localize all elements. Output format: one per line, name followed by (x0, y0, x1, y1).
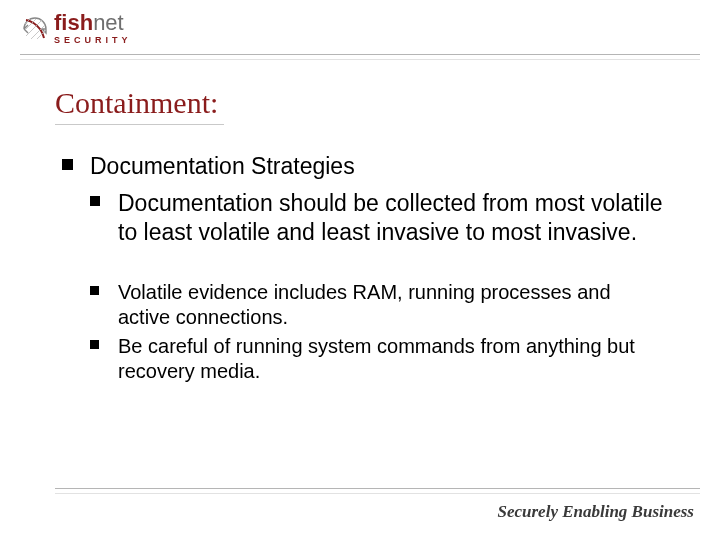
bullet-level2-text: Documentation should be collected from m… (118, 190, 663, 245)
fishnet-logo-icon (20, 14, 50, 44)
bullet-level2-text: Volatile evidence includes RAM, running … (118, 281, 611, 328)
slide: fishnet SECURITY Containment: Documentat… (0, 0, 720, 540)
logo-brand: fishnet (54, 12, 132, 34)
logo-subtext: SECURITY (54, 36, 132, 45)
logo-text: fishnet SECURITY (54, 12, 132, 45)
bullet-level2: Documentation should be collected from m… (90, 189, 665, 247)
bullet-level2-text: Be careful of running system commands fr… (118, 335, 635, 382)
header-divider (20, 54, 700, 60)
bullet-level2: Be careful of running system commands fr… (90, 334, 665, 384)
bullet-level2: Volatile evidence includes RAM, running … (90, 280, 665, 330)
slide-body: Documentation Strategies Documentation s… (62, 152, 665, 390)
logo-brand-suffix: net (93, 10, 124, 35)
footer-tagline: Securely Enabling Business (498, 502, 695, 522)
footer-divider (55, 488, 700, 494)
logo: fishnet SECURITY (20, 12, 132, 45)
logo-brand-prefix: fish (54, 10, 93, 35)
slide-title: Containment: (55, 86, 224, 125)
bullet-level1-text: Documentation Strategies (90, 153, 355, 179)
bullet-level1: Documentation Strategies Documentation s… (62, 152, 665, 384)
